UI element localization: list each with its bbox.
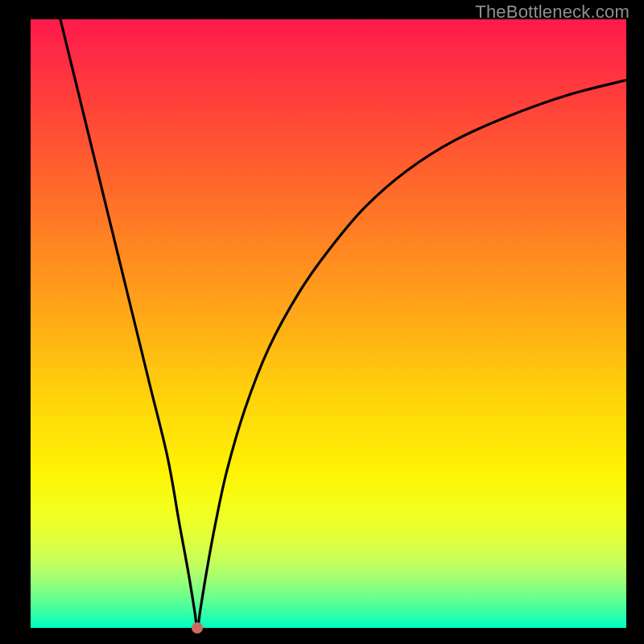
chart-frame: TheBottleneck.com (0, 0, 644, 644)
plot-area (31, 19, 626, 628)
trough-marker (192, 622, 203, 634)
watermark-text: TheBottleneck.com (475, 2, 630, 23)
bottleneck-curve (31, 19, 626, 628)
